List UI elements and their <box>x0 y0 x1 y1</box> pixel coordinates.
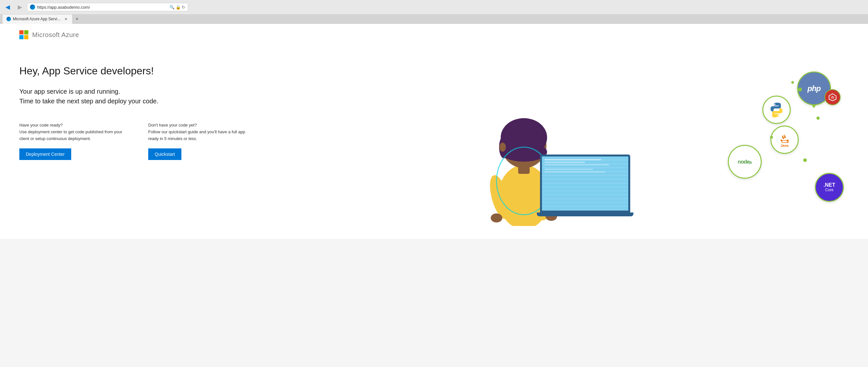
laptop-base <box>537 212 633 216</box>
quickstart-column: Don't have your code yet?Follow our quic… <box>148 122 251 160</box>
tab-label: Microsoft Azure App Service... <box>13 17 61 21</box>
forward-button[interactable]: ▶ <box>15 2 25 12</box>
quickstart-text: Don't have your code yet?Follow our quic… <box>148 122 251 142</box>
illustration-area: php <box>475 65 849 226</box>
python-logo <box>768 101 785 118</box>
refresh-icon[interactable]: ↻ <box>182 5 185 10</box>
python-bubble <box>762 96 791 124</box>
deployment-text: Have your code ready?Use deployment cent… <box>19 122 122 142</box>
subtitle-line2: Time to take the next step and deploy yo… <box>19 96 475 106</box>
ms-logo-green <box>24 30 28 34</box>
search-icon[interactable]: 🔍 <box>169 5 175 10</box>
browser-toolbar: ◀ ▶ https://app.asabudemo.com/ 🔍 🔒 ↻ <box>0 0 868 14</box>
svg-rect-14 <box>782 140 787 143</box>
browser-chrome: ◀ ▶ https://app.asabudemo.com/ 🔍 🔒 ↻ Mic… <box>0 0 868 24</box>
cta-columns: Have your code ready?Use deployment cent… <box>19 122 475 160</box>
lock-icon: 🔒 <box>176 5 181 10</box>
java-cup-icon <box>779 132 790 143</box>
svg-point-13 <box>777 114 779 116</box>
laptop-screen <box>540 155 630 212</box>
ms-logo-red <box>19 30 24 34</box>
ruby-bubble: rb <box>825 89 841 105</box>
site-header: Microsoft Azure <box>0 24 868 46</box>
address-bar[interactable]: https://app.asabudemo.com/ 🔍 🔒 ↻ <box>27 3 188 11</box>
ms-logo-grid <box>19 30 28 39</box>
php-text: php <box>807 84 820 93</box>
svg-text:rb: rb <box>831 96 834 99</box>
dot5 <box>791 81 794 84</box>
page-content: Microsoft Azure Hey, App Service develop… <box>0 24 868 367</box>
address-icons: 🔍 🔒 ↻ <box>169 5 185 10</box>
tab-favicon <box>6 17 11 21</box>
main-content: Hey, App Service developers! Your app se… <box>0 46 868 239</box>
dot2 <box>816 116 820 120</box>
java-label: Java <box>781 143 788 147</box>
dotnet-core: Core <box>825 188 834 192</box>
favicon <box>30 4 35 10</box>
laptop-illustration <box>540 155 633 216</box>
ruby-logo-icon: rb <box>828 93 837 102</box>
deployment-column: Have your code ready?Use deployment cent… <box>19 122 122 160</box>
dotnet-bubble: .NET Core <box>815 173 844 202</box>
java-bubble: Java <box>770 126 799 154</box>
hero-subtitle: Your app service is up and running. Time… <box>19 87 475 106</box>
tab-close-button[interactable]: ✕ <box>63 16 68 22</box>
left-content: Hey, App Service developers! Your app se… <box>19 65 475 160</box>
dot4 <box>803 158 807 162</box>
active-tab[interactable]: Microsoft Azure App Service... ✕ <box>3 14 72 24</box>
nodejs-content: nodejs <box>738 159 752 165</box>
svg-rect-6 <box>518 164 530 174</box>
back-button[interactable]: ◀ <box>3 2 13 12</box>
nodejs-bubble: nodejs <box>728 145 762 179</box>
ms-logo-yellow <box>24 35 28 39</box>
deployment-center-button[interactable]: Deployment Center <box>19 148 71 160</box>
svg-point-5 <box>499 143 506 152</box>
svg-point-9 <box>491 213 502 223</box>
node-text: nodejs <box>738 159 752 165</box>
svg-point-12 <box>774 104 776 105</box>
new-tab-button[interactable]: + <box>72 14 82 24</box>
dot3 <box>770 136 773 139</box>
dot1 <box>798 88 802 92</box>
dotnet-dot: .NET <box>824 182 835 188</box>
subtitle-line1: Your app service is up and running. <box>19 87 475 96</box>
quickstart-button[interactable]: Quickstart <box>148 148 181 160</box>
ms-logo-blue <box>19 35 24 39</box>
hero-title: Hey, App Service developers! <box>19 65 475 77</box>
address-text: https://app.asabudemo.com/ <box>37 5 167 10</box>
microsoft-azure-logo: Microsoft Azure <box>19 30 849 39</box>
logo-text: Microsoft Azure <box>32 31 79 39</box>
tab-bar: Microsoft Azure App Service... ✕ + <box>0 14 868 24</box>
